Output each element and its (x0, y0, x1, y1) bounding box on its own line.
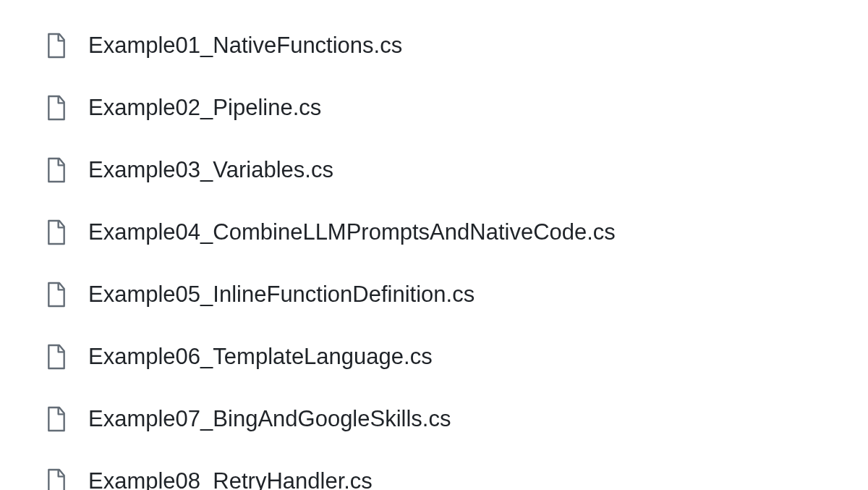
file-name-link[interactable]: Example08_RetryHandler.cs (88, 468, 373, 490)
file-row[interactable]: Example08_RetryHandler.cs (45, 450, 868, 490)
file-row[interactable]: Example06_TemplateLanguage.cs (45, 326, 868, 388)
file-name-link[interactable]: Example07_BingAndGoogleSkills.cs (88, 406, 451, 432)
file-row[interactable]: Example07_BingAndGoogleSkills.cs (45, 388, 868, 450)
file-icon (45, 468, 68, 490)
file-name-link[interactable]: Example06_TemplateLanguage.cs (88, 344, 433, 370)
file-list: Example01_NativeFunctions.cs Example02_P… (0, 0, 868, 490)
file-row[interactable]: Example03_Variables.cs (45, 139, 868, 201)
file-name-link[interactable]: Example03_Variables.cs (88, 157, 333, 183)
file-icon (45, 94, 68, 122)
file-row[interactable]: Example01_NativeFunctions.cs (45, 14, 868, 77)
file-name-link[interactable]: Example05_InlineFunctionDefinition.cs (88, 282, 475, 308)
file-icon (45, 405, 68, 433)
file-icon (45, 281, 68, 308)
file-row[interactable]: Example04_CombineLLMPromptsAndNativeCode… (45, 201, 868, 263)
file-row[interactable]: Example05_InlineFunctionDefinition.cs (45, 263, 868, 326)
file-icon (45, 343, 68, 371)
file-row[interactable]: Example02_Pipeline.cs (45, 77, 868, 139)
file-name-link[interactable]: Example02_Pipeline.cs (88, 95, 321, 121)
file-name-link[interactable]: Example04_CombineLLMPromptsAndNativeCode… (88, 219, 616, 245)
file-name-link[interactable]: Example01_NativeFunctions.cs (88, 33, 402, 59)
file-icon (45, 219, 68, 246)
file-icon (45, 156, 68, 184)
file-icon (45, 32, 68, 59)
